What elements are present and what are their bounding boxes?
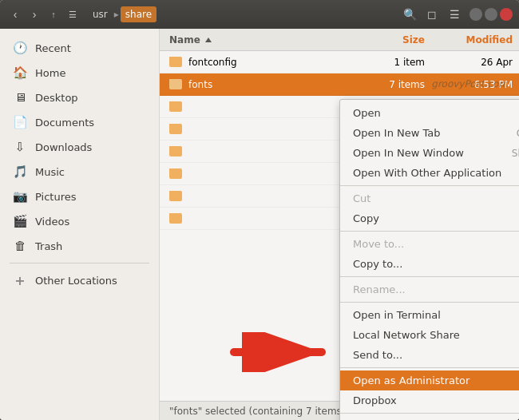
col-name-header[interactable]: Name [160,34,351,46]
ctx-cut: Cut Ctrl+X [340,188,519,208]
nav-buttons: ‹ › ↑ ☰ [6,6,81,23]
minimize-button[interactable] [469,8,482,21]
maximize-button[interactable] [485,8,497,21]
statusbar-text: "fonts" selected (containing 7 items) [169,406,346,417]
filelist-header: Name Size Modified [160,29,519,51]
ctx-open-new-tab-label: Open In New Tab [353,127,441,139]
folder-icon [169,213,182,224]
table-row[interactable]: fontconfig 1 item 26 Apr [160,51,519,73]
sidebar-item-downloads[interactable]: ⇩ Downloads [3,135,156,159]
sidebar-item-home[interactable]: 🏠 Home [3,61,156,85]
sidebar-label-videos: Videos [35,216,69,228]
file-size-fontconfig: 1 item [351,57,431,68]
desktop-icon: 🖥 [13,90,27,105]
ctx-network-share[interactable]: Local Network Share [340,325,519,345]
col-modified-header[interactable]: Modified [431,34,519,46]
sidebar-label-desktop: Desktop [35,92,78,104]
ctx-copy-label: Copy [353,212,379,224]
ctx-sep-6 [340,413,519,414]
ctx-open-as-admin-label: Open as Administrator [353,374,469,386]
sidebar-label-downloads: Downloads [35,141,92,153]
sidebar-label-trash: Trash [35,240,62,252]
sidebar-item-videos[interactable]: 🎬 Videos [3,209,156,233]
col-size-header[interactable]: Size [351,34,431,46]
file-size-fonts: 7 items [351,79,431,90]
back-button[interactable]: ‹ [6,6,24,23]
sidebar-item-music[interactable]: 🎵 Music [3,160,156,184]
sidebar-divider [10,263,149,263]
ctx-open-other-app[interactable]: Open With Other Application [340,163,519,183]
videos-icon: 🎬 [13,214,27,228]
ctx-rename: Rename... F2 [340,279,519,299]
watermark: groovyPost.com [431,78,508,89]
ctx-open-as-admin[interactable]: Open as Administrator [340,370,519,390]
close-button[interactable] [500,8,513,21]
ctx-open-terminal-label: Open in Terminal [353,309,441,321]
sidebar-label-music: Music [35,166,65,178]
ctx-sep-4 [340,302,519,303]
path-share[interactable]: share [121,6,156,22]
ctx-properties[interactable]: Properties Ctrl+I [340,416,519,420]
file-name-7 [160,191,351,201]
ctx-copy-to-label: Copy to... [353,258,402,270]
ctx-open-new-tab[interactable]: Open In New Tab Ctrl+Return [340,123,519,143]
sidebar-label-pictures: Pictures [35,191,76,203]
ctx-open-new-window-shortcut: Shift+Return [512,148,519,159]
pointer-arrow [230,332,334,372]
ctx-move-to: Move to... [340,234,519,254]
ctx-rename-label: Rename... [353,283,406,295]
ctx-open-other-app-label: Open With Other Application [353,167,501,179]
downloads-icon: ⇩ [13,140,27,154]
path-sep: ▸ [114,9,119,20]
ctx-open-new-window-label: Open In New Window [353,147,464,159]
ctx-sep-1 [340,185,519,186]
ctx-copy-to[interactable]: Copy to... [340,254,519,274]
ctx-send-to-label: Send to... [353,349,402,361]
file-manager-window: ‹ › ↑ ☰ usr ▸ share 🔍 ◻ ☰ 🕐 Recent [0,0,519,420]
file-label: fontconfig [188,57,237,68]
sidebar-label-documents: Documents [35,117,94,129]
sidebar-item-recent[interactable]: 🕐 Recent [3,36,156,60]
up-button[interactable]: ↑ [45,6,62,23]
search-button[interactable]: 🔍 [401,6,418,23]
path-usr[interactable]: usr [88,6,113,22]
ctx-open[interactable]: Open Return [340,103,519,123]
recent-icon: 🕐 [13,41,27,55]
ctx-cut-label: Cut [353,192,370,204]
main-content: 🕐 Recent 🏠 Home 🖥 Desktop 📄 Documents ⇩ … [0,29,519,420]
file-name-fontconfig: fontconfig [160,57,351,68]
sidebar-item-pictures[interactable]: 📷 Pictures [3,184,156,208]
ctx-open-label: Open [353,107,381,119]
sort-arrow-icon [205,38,212,42]
other-locations-icon: + [13,273,27,287]
sidebar-item-trash[interactable]: 🗑 Trash [3,234,156,258]
sidebar-label-home: Home [35,67,65,79]
view-button[interactable]: ◻ [423,6,441,23]
ctx-network-share-label: Local Network Share [353,329,460,341]
folder-icon [169,146,182,157]
file-name-6 [160,168,351,179]
menu-button[interactable]: ☰ [446,6,463,23]
ctx-open-new-window[interactable]: Open In New Window Shift+Return [340,143,519,163]
folder-icon [169,124,182,134]
ctx-dropbox-label: Dropbox [353,394,397,406]
ctx-open-terminal[interactable]: Open in Terminal [340,305,519,325]
ctx-dropbox[interactable]: Dropbox ▶ [340,390,519,410]
sidebar-item-desktop[interactable]: 🖥 Desktop [3,85,156,109]
bookmarks-button[interactable]: ☰ [64,6,81,23]
ctx-sep-5 [340,367,519,368]
sidebar-item-documents[interactable]: 📄 Documents [3,110,156,134]
ctx-copy[interactable]: Copy Ctrl+C [340,208,519,228]
file-name-4 [160,124,351,134]
trash-icon: 🗑 [13,239,27,253]
file-name-8 [160,213,351,224]
ctx-sep-2 [340,231,519,232]
toolbar-actions: 🔍 ◻ ☰ [401,6,463,23]
file-name-3 [160,101,351,112]
folder-icon [169,79,182,89]
sidebar-item-other-locations[interactable]: + Other Locations [3,268,156,292]
music-icon: 🎵 [13,164,27,179]
ctx-send-to[interactable]: Send to... [340,345,519,365]
folder-icon [169,168,182,179]
forward-button[interactable]: › [26,6,43,23]
